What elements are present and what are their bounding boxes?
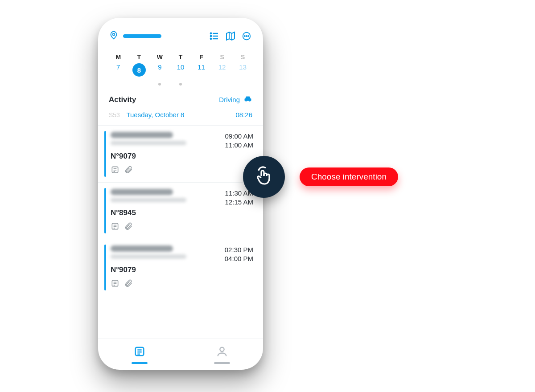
note-icon[interactable]	[111, 279, 119, 290]
blurred-address	[111, 141, 186, 145]
car-icon	[243, 94, 252, 105]
day-cell-selected[interactable]: 8	[129, 61, 150, 78]
svg-point-6	[210, 38, 211, 39]
day-cell[interactable]: 11	[191, 61, 212, 78]
weekday-label: T	[170, 51, 191, 61]
tap-gesture-badge	[243, 156, 285, 198]
svg-marker-7	[226, 32, 235, 40]
svg-point-11	[244, 36, 245, 37]
svg-point-4	[210, 33, 211, 34]
weekday-label: S	[212, 51, 233, 61]
intervention-ref: N°9079	[111, 152, 253, 161]
start-time: 09:00 AM	[225, 132, 253, 141]
more-options-icon[interactable]	[241, 30, 252, 42]
svg-point-30	[220, 347, 224, 351]
day-cell[interactable]: 10	[170, 61, 191, 78]
activity-status-text: Driving	[219, 96, 240, 103]
callout-label: Choose intervention	[311, 172, 387, 181]
top-bar	[98, 18, 263, 48]
blurred-address	[111, 198, 186, 202]
intervention-ref: N°8945	[111, 208, 253, 217]
weekday-label: F	[191, 51, 212, 61]
svg-point-0	[113, 33, 115, 36]
weekday-label: M	[108, 51, 129, 61]
profile-icon	[216, 345, 228, 359]
note-icon[interactable]	[111, 222, 119, 233]
list-view-icon[interactable]	[209, 30, 220, 42]
weekday-label: W	[149, 51, 170, 61]
tab-profile[interactable]	[214, 345, 230, 364]
intervention-list: 09:00 AM 11:00 AM N°9079	[98, 126, 263, 339]
date-row: S53 Tuesday, October 8 08:26	[98, 107, 263, 126]
note-icon[interactable]	[111, 165, 119, 176]
end-time: 04:00 PM	[225, 254, 253, 263]
activity-header: Activity Driving	[98, 86, 263, 107]
intervention-card[interactable]: 09:00 AM 11:00 AM N°9079	[98, 126, 263, 183]
activity-status[interactable]: Driving	[219, 94, 252, 105]
weekday-label: T	[129, 51, 150, 61]
callout-choose-intervention: Choose intervention	[300, 167, 398, 186]
day-cell[interactable]: 13	[232, 61, 253, 78]
intervention-card[interactable]: 11:30 AM 12:15 AM N°8945	[98, 183, 263, 240]
intervention-ref: N°9079	[111, 265, 253, 274]
svg-point-5	[210, 36, 211, 37]
bottom-nav	[98, 339, 263, 370]
tab-activity[interactable]	[132, 345, 148, 364]
end-time: 11:00 AM	[225, 141, 253, 150]
week-number: S53	[109, 111, 120, 118]
blurred-title	[111, 245, 173, 252]
day-cell[interactable]: 7	[108, 61, 129, 78]
attachment-icon[interactable]	[124, 165, 133, 176]
svg-point-13	[248, 36, 249, 37]
day-indicator-dot	[170, 79, 191, 84]
activity-title: Activity	[109, 95, 136, 104]
start-time: 02:30 PM	[225, 245, 253, 254]
attachment-icon[interactable]	[124, 279, 133, 290]
day-cell[interactable]: 12	[212, 61, 233, 78]
week-selector: M T W T F S S 7 8 9 10 11 12 13	[98, 48, 263, 86]
blurred-title	[111, 189, 173, 195]
end-time: 12:15 AM	[225, 198, 253, 207]
phone-frame: M T W T F S S 7 8 9 10 11 12 13 Act	[98, 18, 263, 370]
current-time: 08:26	[235, 111, 252, 118]
location-pin-icon[interactable]	[109, 30, 119, 42]
date-text: Tuesday, October 8	[126, 111, 184, 118]
blurred-address	[111, 254, 186, 259]
attachment-icon[interactable]	[124, 222, 133, 233]
list-icon	[133, 345, 146, 359]
blurred-title	[111, 132, 173, 138]
weekday-label: S	[232, 51, 253, 61]
intervention-card[interactable]: 02:30 PM 04:00 PM N°9079	[98, 239, 263, 296]
day-cell[interactable]: 9	[149, 61, 170, 78]
location-title-bar	[123, 34, 161, 38]
map-view-icon[interactable]	[225, 30, 236, 42]
svg-point-12	[246, 36, 247, 37]
day-indicator-dot	[149, 79, 170, 84]
